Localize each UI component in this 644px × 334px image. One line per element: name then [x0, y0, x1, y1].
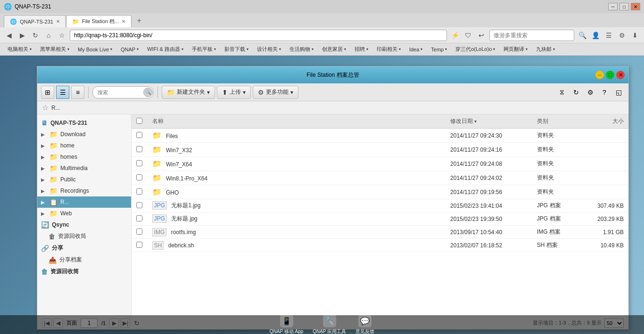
- bm-video[interactable]: 影音下载▾: [221, 45, 252, 54]
- tab-2[interactable]: 📁 File Station 档... ✕: [66, 15, 132, 27]
- row-checkbox-cell[interactable]: [132, 239, 148, 252]
- row-name-cell[interactable]: 📁 Files: [148, 129, 446, 143]
- search-icon[interactable]: 🔍: [577, 30, 587, 41]
- tab-2-close[interactable]: ✕: [122, 19, 125, 24]
- forward-button[interactable]: ▶: [17, 30, 27, 41]
- sidebar-item-web[interactable]: ▶ 📁 Web: [37, 208, 131, 219]
- table-row[interactable]: 📁 Win7_X64 2014/11/27 09:24:08 资料夹: [132, 157, 628, 171]
- sidebar-recycle[interactable]: 🗑 资源回收筒: [37, 266, 131, 277]
- table-row[interactable]: IMG rootfs.img 2013/09/17 10:54:40 IMG 档…: [132, 226, 628, 239]
- bm-mobile[interactable]: 手机平板▾: [188, 45, 220, 54]
- settings-icon[interactable]: ⚙: [617, 30, 627, 41]
- more-button[interactable]: ⚙ 更多功能 ▾: [253, 86, 298, 99]
- bm-idea[interactable]: Idea▾: [405, 46, 426, 53]
- home-button[interactable]: ⌂: [43, 30, 54, 41]
- minimize-button[interactable]: ─: [608, 3, 618, 10]
- col-name-header[interactable]: 名称: [148, 114, 446, 129]
- row-checkbox-cell[interactable]: [132, 157, 148, 171]
- row-checkbox-cell[interactable]: [132, 212, 148, 226]
- bm-temp[interactable]: Temp▾: [427, 46, 451, 53]
- row-checkbox[interactable]: [136, 132, 142, 138]
- bm-translate[interactable]: 网页翻译▾: [500, 45, 531, 54]
- sidebar-item-recordings[interactable]: ▶ 📁 Recordings: [37, 185, 131, 196]
- row-checkbox[interactable]: [136, 146, 142, 152]
- bm-home[interactable]: 创意家居▾: [318, 45, 350, 54]
- shield-icon[interactable]: 🛡: [463, 30, 473, 41]
- row-checkbox-cell[interactable]: [132, 199, 148, 212]
- tab-1[interactable]: 🌐 QNAP-TS-231 ✕: [4, 15, 66, 27]
- row-checkbox-cell[interactable]: [132, 129, 148, 143]
- app-maximize-button[interactable]: □: [606, 71, 614, 79]
- sidebar-item-home[interactable]: ▶ 📁 home: [37, 140, 131, 151]
- bm-mac[interactable]: 黑苹果相关▾: [36, 45, 73, 54]
- refresh-button[interactable]: ↻: [570, 86, 582, 98]
- row-name-cell[interactable]: 📁 Win7_X32: [148, 143, 446, 157]
- favorite-icon[interactable]: ☆: [42, 103, 49, 112]
- bm-thirdgen[interactable]: 穿三代o(LoLo)o▾: [452, 45, 499, 54]
- row-checkbox[interactable]: [136, 242, 142, 248]
- row-name-cell[interactable]: 📁 GHO: [148, 185, 446, 199]
- extensions-button[interactable]: ⚡: [450, 30, 460, 41]
- bm-shopping[interactable]: 生活购物▾: [286, 45, 317, 54]
- settings-button[interactable]: ⚙: [584, 86, 596, 98]
- row-name-cell[interactable]: SH debrick.sh: [148, 239, 446, 252]
- row-checkbox-cell[interactable]: [132, 226, 148, 239]
- row-checkbox[interactable]: [136, 228, 142, 235]
- sidebar-item-multimedia[interactable]: ▶ 📁 Multimedia: [37, 163, 131, 174]
- table-row[interactable]: 📁 GHO 2014/11/27 09:19:56 资料夹: [132, 185, 628, 199]
- sidebar-qsync[interactable]: 🔄 Qsync: [37, 219, 131, 230]
- close-button[interactable]: ✕: [631, 3, 640, 10]
- sidebar-item-download[interactable]: ▶ 📁 Download: [37, 129, 131, 140]
- user-icon[interactable]: 👤: [590, 30, 601, 41]
- browser-search-input[interactable]: [489, 30, 574, 41]
- col-type-header[interactable]: 类别: [532, 114, 580, 129]
- table-row[interactable]: JPG 无标题.jpg 2015/02/23 19:39:50 JPG 档案 2…: [132, 212, 628, 226]
- taskbar-item-tools[interactable]: 🔧 QNAP 应用工具: [313, 314, 346, 334]
- row-checkbox[interactable]: [136, 202, 142, 208]
- col-check-header[interactable]: [132, 114, 148, 129]
- table-row[interactable]: 📁 Win8.1-Pro_X64 2014/11/27 09:24:02 资料夹: [132, 171, 628, 185]
- list-view-button[interactable]: ☰: [56, 86, 69, 99]
- row-checkbox-cell[interactable]: [132, 143, 148, 157]
- row-checkbox-cell[interactable]: [132, 185, 148, 199]
- bm-mybooklive[interactable]: My Book Live▾: [74, 46, 116, 53]
- sidebar-item-r[interactable]: ▶ 📋 R...: [37, 196, 131, 208]
- app-close-button[interactable]: ✕: [616, 71, 625, 79]
- sidebar-item-homes[interactable]: ▶ 📁 homes: [37, 151, 131, 163]
- menu-icon[interactable]: ☰: [603, 30, 614, 41]
- row-name-cell[interactable]: 📁 Win7_X64: [148, 157, 446, 171]
- download-button[interactable]: ⬇: [630, 30, 640, 41]
- row-name-cell[interactable]: 📁 Win8.1-Pro_X64: [148, 171, 446, 185]
- select-all-checkbox[interactable]: [136, 118, 142, 124]
- row-name-cell[interactable]: JPG 无标题1.jpg: [148, 199, 446, 212]
- bm-design[interactable]: 设计相关▾: [253, 45, 285, 54]
- bm-recruit[interactable]: 招聘▾: [351, 45, 372, 54]
- tab-1-close[interactable]: ✕: [56, 19, 60, 24]
- taskbar-item-feedback[interactable]: 💬 意见反馈: [355, 314, 374, 334]
- sidebar-item-share-files[interactable]: 📤 分享档案: [37, 254, 131, 266]
- row-checkbox[interactable]: [136, 188, 142, 195]
- table-row[interactable]: 📁 Win7_X32 2014/11/27 09:24:16 资料夹: [132, 143, 628, 157]
- new-tab-button[interactable]: +: [133, 15, 145, 26]
- back-button[interactable]: ◀: [4, 30, 14, 41]
- address-bar[interactable]: [70, 30, 447, 41]
- bm-computer[interactable]: 电脑相关▾: [4, 45, 35, 54]
- collapse-button[interactable]: ◱: [612, 86, 625, 98]
- table-row[interactable]: JPG 无标题1.jpg 2015/02/23 19:41:04 JPG 档案 …: [132, 199, 628, 212]
- sidebar-root[interactable]: 🖥 QNAP-TS-231: [37, 117, 131, 129]
- row-checkbox[interactable]: [136, 215, 142, 221]
- filter-button[interactable]: ⧖: [556, 86, 568, 98]
- restore-button[interactable]: □: [619, 3, 629, 10]
- row-name-cell[interactable]: IMG rootfs.img: [148, 226, 446, 239]
- help-button[interactable]: ?: [598, 86, 611, 98]
- bm-print[interactable]: 印刷相关▾: [373, 45, 405, 54]
- col-size-header[interactable]: 大小: [580, 114, 628, 129]
- history-button[interactable]: ↩: [476, 30, 487, 41]
- sidebar-item-qsync-recycle[interactable]: 🗑 资源回收筒: [37, 230, 131, 242]
- bm-qnap[interactable]: QNAP▾: [117, 46, 142, 53]
- grid-view-button[interactable]: ⊞: [41, 86, 54, 99]
- app-minimize-button[interactable]: ─: [595, 71, 604, 79]
- bm-ninetai[interactable]: 九块邮▾: [532, 45, 559, 54]
- file-search-button[interactable]: 🔍: [143, 88, 153, 97]
- row-checkbox[interactable]: [136, 174, 142, 180]
